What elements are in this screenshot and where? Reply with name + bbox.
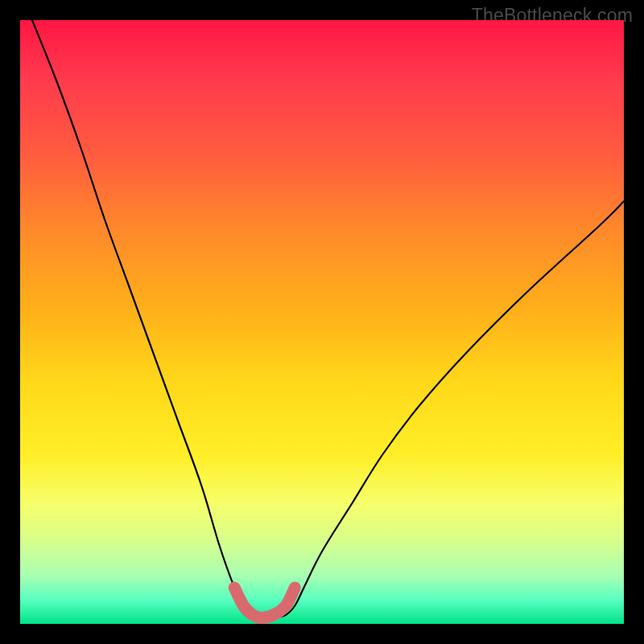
chart-frame: TheBottleneck.com xyxy=(0,0,644,644)
chart-plot-area xyxy=(20,20,624,624)
bottleneck-curve-line xyxy=(32,20,624,618)
bottleneck-trough-marker xyxy=(234,588,295,618)
bottleneck-curve-svg xyxy=(20,20,624,624)
